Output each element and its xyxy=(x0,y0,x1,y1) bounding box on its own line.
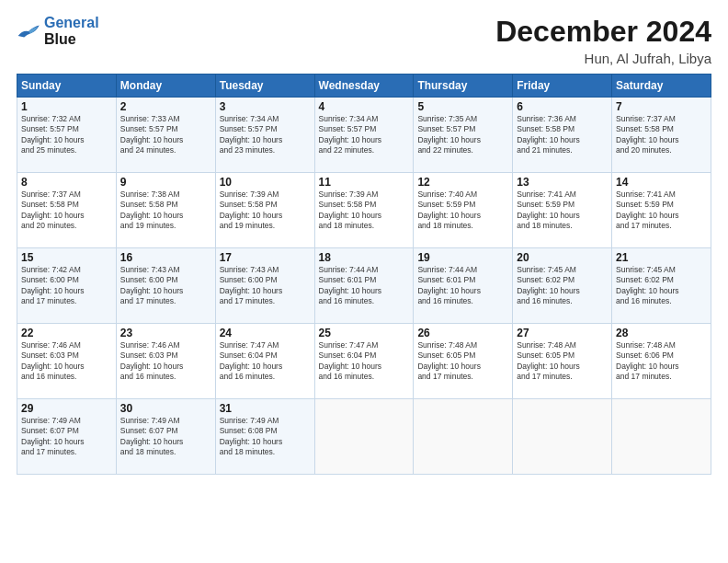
day-number: 16 xyxy=(120,251,211,264)
calendar-cell xyxy=(612,399,711,475)
calendar-cell: 5Sunrise: 7:35 AM Sunset: 5:57 PM Daylig… xyxy=(414,98,513,173)
day-info: Sunrise: 7:37 AM Sunset: 5:58 PM Dayligh… xyxy=(616,114,707,156)
calendar-cell: 15Sunrise: 7:42 AM Sunset: 6:00 PM Dayli… xyxy=(17,248,117,324)
calendar-cell: 3Sunrise: 7:34 AM Sunset: 5:57 PM Daylig… xyxy=(215,98,314,173)
weekday-header-tuesday: Tuesday xyxy=(215,75,314,98)
month-title: December 2024 xyxy=(495,15,711,49)
calendar-cell: 16Sunrise: 7:43 AM Sunset: 6:00 PM Dayli… xyxy=(116,248,215,324)
day-number: 5 xyxy=(417,100,508,113)
day-number: 24 xyxy=(220,327,311,339)
calendar-cell xyxy=(314,399,414,475)
day-number: 13 xyxy=(517,176,608,189)
day-number: 27 xyxy=(517,327,608,339)
day-number: 3 xyxy=(220,100,311,113)
calendar-cell: 24Sunrise: 7:47 AM Sunset: 6:04 PM Dayli… xyxy=(215,324,314,399)
weekday-header-sunday: Sunday xyxy=(17,75,117,98)
calendar-cell: 11Sunrise: 7:39 AM Sunset: 5:58 PM Dayli… xyxy=(314,173,414,248)
day-number: 7 xyxy=(616,100,707,113)
day-number: 8 xyxy=(21,176,112,189)
day-number: 21 xyxy=(616,251,707,264)
day-info: Sunrise: 7:45 AM Sunset: 6:02 PM Dayligh… xyxy=(517,265,608,307)
day-number: 11 xyxy=(319,176,410,189)
calendar-cell: 8Sunrise: 7:37 AM Sunset: 5:58 PM Daylig… xyxy=(17,173,117,248)
calendar-cell: 20Sunrise: 7:45 AM Sunset: 6:02 PM Dayli… xyxy=(513,248,612,324)
day-info: Sunrise: 7:48 AM Sunset: 6:06 PM Dayligh… xyxy=(616,340,707,383)
day-number: 6 xyxy=(517,100,608,113)
day-info: Sunrise: 7:33 AM Sunset: 5:57 PM Dayligh… xyxy=(120,114,211,156)
day-number: 19 xyxy=(417,251,508,264)
day-info: Sunrise: 7:36 AM Sunset: 5:58 PM Dayligh… xyxy=(517,114,608,156)
day-number: 1 xyxy=(21,100,112,113)
day-info: Sunrise: 7:48 AM Sunset: 6:05 PM Dayligh… xyxy=(417,340,508,383)
calendar-page: General Blue December 2024 Hun, Al Jufra… xyxy=(0,0,728,563)
calendar-week-1: 1Sunrise: 7:32 AM Sunset: 5:57 PM Daylig… xyxy=(17,98,711,173)
title-block: December 2024 Hun, Al Jufrah, Libya xyxy=(495,15,711,66)
calendar-cell: 10Sunrise: 7:39 AM Sunset: 5:58 PM Dayli… xyxy=(215,173,314,248)
calendar-week-3: 15Sunrise: 7:42 AM Sunset: 6:00 PM Dayli… xyxy=(17,248,711,324)
logo: General Blue xyxy=(17,15,99,47)
day-info: Sunrise: 7:49 AM Sunset: 6:07 PM Dayligh… xyxy=(21,416,112,458)
logo-general: General xyxy=(44,15,99,30)
day-info: Sunrise: 7:37 AM Sunset: 5:58 PM Dayligh… xyxy=(21,190,112,232)
location-subtitle: Hun, Al Jufrah, Libya xyxy=(495,51,711,66)
day-info: Sunrise: 7:34 AM Sunset: 5:57 PM Dayligh… xyxy=(319,114,410,156)
day-info: Sunrise: 7:42 AM Sunset: 6:00 PM Dayligh… xyxy=(21,265,112,307)
calendar-cell: 27Sunrise: 7:48 AM Sunset: 6:05 PM Dayli… xyxy=(513,324,612,399)
day-number: 17 xyxy=(220,251,311,264)
calendar-cell: 25Sunrise: 7:47 AM Sunset: 6:04 PM Dayli… xyxy=(314,324,414,399)
page-header: General Blue December 2024 Hun, Al Jufra… xyxy=(17,15,711,66)
day-info: Sunrise: 7:35 AM Sunset: 5:57 PM Dayligh… xyxy=(417,114,508,156)
calendar-cell xyxy=(513,399,612,475)
weekday-header-row: SundayMondayTuesdayWednesdayThursdayFrid… xyxy=(17,75,711,98)
day-info: Sunrise: 7:41 AM Sunset: 5:59 PM Dayligh… xyxy=(517,190,608,232)
day-info: Sunrise: 7:49 AM Sunset: 6:07 PM Dayligh… xyxy=(120,416,211,458)
day-info: Sunrise: 7:41 AM Sunset: 5:59 PM Dayligh… xyxy=(616,190,707,232)
weekday-header-thursday: Thursday xyxy=(414,75,513,98)
day-info: Sunrise: 7:43 AM Sunset: 6:00 PM Dayligh… xyxy=(220,265,311,307)
day-info: Sunrise: 7:39 AM Sunset: 5:58 PM Dayligh… xyxy=(220,190,311,232)
day-number: 30 xyxy=(120,402,211,415)
day-info: Sunrise: 7:46 AM Sunset: 6:03 PM Dayligh… xyxy=(120,340,211,383)
calendar-cell: 28Sunrise: 7:48 AM Sunset: 6:06 PM Dayli… xyxy=(612,324,711,399)
calendar-cell: 12Sunrise: 7:40 AM Sunset: 5:59 PM Dayli… xyxy=(414,173,513,248)
day-number: 2 xyxy=(120,100,211,113)
weekday-header-friday: Friday xyxy=(513,75,612,98)
day-number: 28 xyxy=(616,327,707,339)
calendar-cell: 18Sunrise: 7:44 AM Sunset: 6:01 PM Dayli… xyxy=(314,248,414,324)
calendar-cell: 14Sunrise: 7:41 AM Sunset: 5:59 PM Dayli… xyxy=(612,173,711,248)
calendar-body: 1Sunrise: 7:32 AM Sunset: 5:57 PM Daylig… xyxy=(17,98,711,475)
day-info: Sunrise: 7:43 AM Sunset: 6:00 PM Dayligh… xyxy=(120,265,211,307)
calendar-cell: 9Sunrise: 7:38 AM Sunset: 5:58 PM Daylig… xyxy=(116,173,215,248)
day-number: 29 xyxy=(21,402,112,415)
calendar-cell: 4Sunrise: 7:34 AM Sunset: 5:57 PM Daylig… xyxy=(314,98,414,173)
calendar-week-4: 22Sunrise: 7:46 AM Sunset: 6:03 PM Dayli… xyxy=(17,324,711,399)
day-info: Sunrise: 7:45 AM Sunset: 6:02 PM Dayligh… xyxy=(616,265,707,307)
calendar-cell: 31Sunrise: 7:49 AM Sunset: 6:08 PM Dayli… xyxy=(215,399,314,475)
day-number: 26 xyxy=(417,327,508,339)
day-info: Sunrise: 7:46 AM Sunset: 6:03 PM Dayligh… xyxy=(21,340,112,383)
day-number: 20 xyxy=(517,251,608,264)
calendar-cell: 29Sunrise: 7:49 AM Sunset: 6:07 PM Dayli… xyxy=(17,399,117,475)
calendar-cell: 19Sunrise: 7:44 AM Sunset: 6:01 PM Dayli… xyxy=(414,248,513,324)
day-info: Sunrise: 7:47 AM Sunset: 6:04 PM Dayligh… xyxy=(319,340,410,383)
calendar-cell: 6Sunrise: 7:36 AM Sunset: 5:58 PM Daylig… xyxy=(513,98,612,173)
day-number: 22 xyxy=(21,327,112,339)
calendar-cell: 13Sunrise: 7:41 AM Sunset: 5:59 PM Dayli… xyxy=(513,173,612,248)
weekday-header-monday: Monday xyxy=(116,75,215,98)
day-info: Sunrise: 7:44 AM Sunset: 6:01 PM Dayligh… xyxy=(319,265,410,307)
calendar-cell: 30Sunrise: 7:49 AM Sunset: 6:07 PM Dayli… xyxy=(116,399,215,475)
calendar-week-2: 8Sunrise: 7:37 AM Sunset: 5:58 PM Daylig… xyxy=(17,173,711,248)
calendar-cell: 26Sunrise: 7:48 AM Sunset: 6:05 PM Dayli… xyxy=(414,324,513,399)
calendar-cell: 17Sunrise: 7:43 AM Sunset: 6:00 PM Dayli… xyxy=(215,248,314,324)
calendar-cell xyxy=(414,399,513,475)
day-number: 14 xyxy=(616,176,707,189)
calendar-cell: 23Sunrise: 7:46 AM Sunset: 6:03 PM Dayli… xyxy=(116,324,215,399)
logo-blue: Blue xyxy=(44,31,76,47)
day-number: 25 xyxy=(319,327,410,339)
day-number: 23 xyxy=(120,327,211,339)
day-number: 9 xyxy=(120,176,211,189)
day-info: Sunrise: 7:34 AM Sunset: 5:57 PM Dayligh… xyxy=(220,114,311,156)
day-info: Sunrise: 7:39 AM Sunset: 5:58 PM Dayligh… xyxy=(319,190,410,232)
day-number: 15 xyxy=(21,251,112,264)
calendar-cell: 21Sunrise: 7:45 AM Sunset: 6:02 PM Dayli… xyxy=(612,248,711,324)
